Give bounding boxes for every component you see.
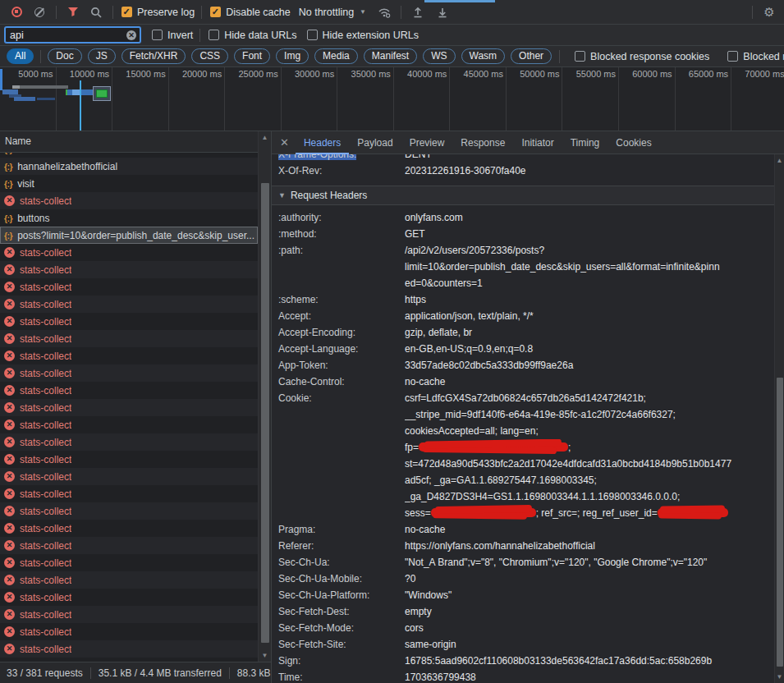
hide-data-urls-checkbox[interactable]	[209, 30, 219, 40]
request-row[interactable]: ✕stats-collect	[0, 261, 258, 278]
header-name: Time:	[272, 669, 405, 683]
throttling-dropdown[interactable]: No throttling ▼	[299, 7, 366, 18]
tab-headers[interactable]: Headers	[296, 131, 349, 154]
header-row: Cookie:csrf=LdfcGX4Sa72db06824c657db26a5…	[272, 390, 774, 521]
invert-checkbox[interactable]	[152, 30, 163, 40]
tab-cookies[interactable]: Cookies	[607, 131, 659, 154]
request-row[interactable]: ✕stats-collect	[0, 244, 258, 261]
request-row[interactable]: {:}hannahelizabethofficial	[0, 158, 258, 175]
network-conditions-button[interactable]	[374, 2, 394, 22]
scrollbar-thumb[interactable]	[261, 183, 269, 643]
tab-preview[interactable]: Preview	[401, 131, 453, 154]
timeline-cursor-line[interactable]	[80, 80, 81, 131]
name-column-header[interactable]: Name	[0, 131, 258, 153]
request-row[interactable]: ✕stats-collect	[0, 433, 258, 451]
request-row[interactable]: ✕stats-collect	[0, 451, 258, 468]
filter-pill-all[interactable]: All	[7, 48, 34, 64]
request-row[interactable]: ✕stats-collect	[0, 278, 258, 296]
header-value-line: GET	[405, 226, 768, 242]
request-list-scrollbar[interactable]: ▲ ▼	[258, 131, 271, 662]
detail-tabs: HeadersPayloadPreviewResponseInitiatorTi…	[296, 131, 660, 154]
close-detail-button[interactable]: ✕	[278, 136, 296, 149]
network-overview-timeline[interactable]: 5000 ms10000 ms15000 ms20000 ms25000 ms3…	[0, 67, 784, 131]
disable-cache-checkbox[interactable]	[210, 7, 221, 17]
scroll-down-icon[interactable]: ▼	[775, 673, 784, 681]
scroll-up-icon[interactable]: ▲	[259, 134, 271, 141]
request-row[interactable]: ✕stats-collect	[0, 382, 258, 399]
blocked-response-cookies-toggle[interactable]: Blocked response cookies	[575, 51, 709, 62]
request-name: stats-collect	[20, 402, 71, 414]
filter-pill-img[interactable]: Img	[276, 48, 309, 64]
request-row[interactable]: ✕stats-collect	[0, 192, 258, 209]
request-row[interactable]: ✕stats-collect	[0, 537, 258, 554]
tab-response[interactable]: Response	[452, 131, 513, 154]
search-button[interactable]	[86, 2, 106, 22]
preserve-log-toggle[interactable]: Preserve log	[121, 7, 195, 18]
hide-extension-urls-toggle[interactable]: Hide extension URLs	[307, 30, 419, 41]
filter-pill-doc[interactable]: Doc	[48, 48, 81, 64]
header-value-line: https://onlyfans.com/hannahelizabethoffi…	[405, 538, 768, 554]
header-name: Accept:	[272, 308, 405, 324]
request-headers-section-header[interactable]: ▼Request Headers	[272, 186, 774, 205]
import-har-button[interactable]	[408, 2, 428, 22]
scroll-up-icon[interactable]: ▲	[775, 157, 784, 164]
timeline-tick: 70000 ms	[731, 67, 784, 131]
request-row[interactable]: ✕stats-collect	[0, 416, 258, 433]
scroll-down-icon[interactable]: ▼	[259, 652, 271, 659]
invert-toggle[interactable]: Invert	[152, 30, 193, 41]
settings-button[interactable]: ⚙	[759, 2, 779, 22]
header-value: 202312261916-30670fa40e	[405, 163, 774, 179]
request-row[interactable]: ✕stats-collect	[0, 399, 258, 416]
tab-initiator[interactable]: Initiator	[513, 131, 562, 154]
filter-pill-other[interactable]: Other	[511, 48, 552, 64]
request-row-selected[interactable]: {:}posts?limit=10&order=publish_date_des…	[0, 227, 258, 244]
page-highlight-strip	[424, 0, 495, 2]
request-row[interactable]: ✕stats-collect	[0, 485, 258, 502]
hide-extension-urls-checkbox[interactable]	[307, 30, 318, 40]
request-row[interactable]: ✕stats-collect	[0, 571, 258, 589]
detail-scrollbar[interactable]: ▲ ▼	[774, 154, 784, 683]
filter-input[interactable]: api ✕	[5, 27, 140, 43]
request-row[interactable]: {:}buttons	[0, 209, 258, 227]
filter-icon	[67, 7, 79, 17]
tab-payload[interactable]: Payload	[349, 131, 401, 154]
filter-pill-font[interactable]: Font	[234, 48, 270, 64]
request-row[interactable]: ✕stats-collect	[0, 296, 258, 313]
filter-pill-fetch-xhr[interactable]: Fetch/XHR	[121, 48, 186, 64]
request-row[interactable]: {:}visit	[0, 175, 258, 192]
filter-pill-css[interactable]: CSS	[191, 48, 228, 64]
blocked-requests-toggle[interactable]: Blocked requests	[727, 51, 784, 62]
request-row[interactable]: ✕stats-collect	[0, 330, 258, 347]
request-row[interactable]: ✕stats-collect	[0, 554, 258, 571]
clear-filter-icon[interactable]: ✕	[126, 30, 136, 40]
filter-pill-manifest[interactable]: Manifest	[364, 48, 417, 64]
request-row[interactable]: ✕stats-collect	[0, 347, 258, 364]
request-row[interactable]: ✕stats-collect	[0, 640, 258, 658]
checkbox-label: Blocked response cookies	[590, 51, 709, 62]
request-row[interactable]: ✕stats-collect	[0, 468, 258, 485]
tab-timing[interactable]: Timing	[562, 131, 608, 154]
export-har-button[interactable]	[433, 2, 452, 22]
checkbox[interactable]	[727, 51, 738, 62]
record-button[interactable]	[7, 2, 26, 22]
request-row[interactable]: ✕stats-collect	[0, 589, 258, 606]
filter-pill-js[interactable]: JS	[88, 48, 116, 64]
filter-pill-wasm[interactable]: Wasm	[461, 48, 506, 64]
preserve-log-checkbox[interactable]	[121, 7, 132, 17]
scrollbar-thumb[interactable]	[777, 378, 783, 667]
disable-cache-toggle[interactable]: Disable cache	[210, 7, 291, 18]
checkbox[interactable]	[575, 51, 585, 62]
json-request-icon: {:}	[4, 179, 12, 189]
request-row[interactable]: ✕stats-collect	[0, 520, 258, 537]
clear-button[interactable]	[30, 2, 49, 22]
filter-pill-ws[interactable]: WS	[423, 48, 455, 64]
request-row[interactable]: ✕stats-collect	[0, 313, 258, 330]
filter-toggle-button[interactable]	[63, 2, 83, 22]
request-row[interactable]: ✕stats-collect	[0, 623, 258, 640]
resource-type-filter-bar: AllDocJSFetch/XHRCSSFontImgMediaManifest…	[0, 46, 784, 67]
hide-data-urls-toggle[interactable]: Hide data URLs	[209, 30, 296, 41]
request-row[interactable]: ✕stats-collect	[0, 502, 258, 520]
request-row[interactable]: ✕stats-collect	[0, 364, 258, 382]
filter-pill-media[interactable]: Media	[314, 48, 358, 64]
request-row[interactable]: ✕stats-collect	[0, 606, 258, 623]
